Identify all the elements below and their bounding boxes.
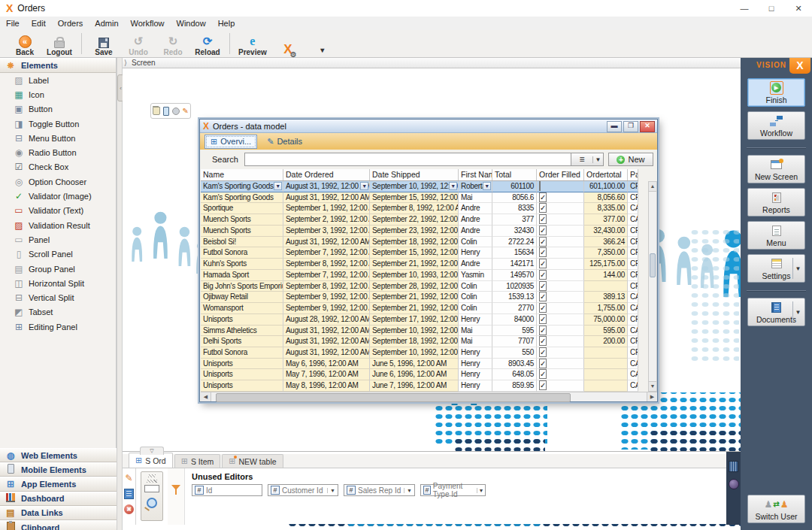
table-cell[interactable]: 32430 bbox=[492, 226, 537, 237]
table-cell[interactable]: 8056.6 bbox=[492, 192, 537, 204]
table-cell[interactable]: Unisports bbox=[201, 314, 283, 326]
dock-app-elements[interactable]: ⊞App Elements bbox=[0, 477, 117, 491]
column-header-first-name[interactable]: First Name bbox=[459, 169, 492, 180]
table-cell[interactable]: September 21, 1992, 12:00 AM bbox=[370, 292, 459, 303]
dialog-maximize-button[interactable]: ❐ bbox=[623, 121, 638, 132]
table-cell[interactable]: 142171 bbox=[492, 259, 537, 270]
column-header-total[interactable]: Total bbox=[492, 169, 537, 180]
table-cell[interactable]: Kam's Sporting Goods▼ bbox=[201, 181, 283, 192]
table-row[interactable]: UnisportsMay 7, 1996, 12:00 AMJune 6, 19… bbox=[201, 369, 638, 380]
scroll-up-icon[interactable]: ▲ bbox=[649, 182, 656, 192]
dropdown-caret-icon-button[interactable]: ▾ bbox=[307, 32, 338, 56]
table-cell[interactable]: Mai bbox=[459, 192, 492, 204]
table-cell[interactable]: ✓ bbox=[537, 347, 584, 359]
table-cell[interactable]: ✓ bbox=[537, 247, 584, 259]
bottom-panel-collapse-tab[interactable]: ▽ bbox=[140, 447, 164, 455]
table-cell[interactable]: CAS bbox=[628, 303, 638, 314]
table-cell[interactable]: June 7, 1996, 12:00 AM bbox=[370, 380, 459, 392]
column-header-date-ordered[interactable]: Date Ordered bbox=[283, 169, 370, 180]
table-cell[interactable]: CAS bbox=[628, 380, 638, 392]
table-cell[interactable]: Kuhn's Sports bbox=[201, 259, 283, 270]
table-cell[interactable]: September 7, 1992, 12:00 AM bbox=[283, 247, 370, 259]
mobile-preview-icon[interactable] bbox=[163, 107, 169, 116]
scroll-right-icon[interactable]: ▶ bbox=[647, 392, 657, 401]
table-cell[interactable]: CAS bbox=[628, 326, 638, 337]
order-filled-checkbox[interactable]: ✓ bbox=[539, 314, 547, 324]
table-row[interactable]: Beisbol Si!August 31, 1992, 12:00 AMSept… bbox=[201, 237, 638, 248]
dock-clipboard[interactable]: Clipboard bbox=[0, 520, 117, 530]
table-row[interactable]: Delhi SportsAugust 31, 1992, 12:00 AMSep… bbox=[201, 336, 638, 347]
table-cell[interactable]: August 31, 1992, 12:00 AM▼ bbox=[283, 181, 370, 192]
table-cell[interactable]: ✓ bbox=[537, 303, 584, 314]
table-row[interactable]: Kam's Sporting Goods▼August 31, 1992, 12… bbox=[201, 181, 638, 192]
screen-panel-header[interactable]: ⟩ Screen bbox=[123, 58, 741, 68]
table-cell[interactable]: 8,056.60 bbox=[584, 192, 628, 204]
horizontal-scrollbar[interactable]: ◀ ▶ bbox=[201, 392, 657, 401]
table-row[interactable]: UnisportsMay 6, 1996, 12:00 AMJune 5, 19… bbox=[201, 359, 638, 370]
element-item-horizontal-split[interactable]: ◫Horizontal Split bbox=[0, 276, 117, 290]
order-filled-checkbox[interactable]: ✓ bbox=[539, 259, 547, 268]
search-input[interactable] bbox=[244, 153, 575, 166]
order-filled-checkbox[interactable]: ✓ bbox=[539, 192, 547, 202]
table-cell[interactable]: June 6, 1996, 12:00 AM bbox=[370, 369, 459, 380]
table-cell[interactable]: August 31, 1992, 12:00 AM bbox=[283, 192, 370, 204]
table-cell[interactable]: 595 bbox=[492, 326, 537, 337]
reload-button[interactable]: ⟳Reload bbox=[192, 32, 223, 56]
table-cell[interactable]: August 31, 1992, 12:00 AM bbox=[283, 237, 370, 248]
table-cell[interactable]: 389.13 bbox=[584, 292, 628, 303]
table-cell[interactable]: ✓ bbox=[537, 326, 584, 337]
reports-button[interactable]: Reports bbox=[747, 188, 805, 217]
table-cell[interactable]: CAS bbox=[628, 292, 638, 303]
table-cell[interactable]: CRE bbox=[628, 314, 638, 326]
table-cell[interactable]: Big John's Sports Emporium bbox=[201, 281, 283, 292]
table-cell[interactable]: Henry bbox=[459, 247, 492, 259]
table-cell[interactable]: CRE bbox=[628, 237, 638, 248]
element-item-validator-image[interactable]: ✓Validator (Image) bbox=[0, 189, 117, 203]
table-cell[interactable]: 859.95 bbox=[492, 380, 537, 392]
order-filled-checkbox[interactable]: ✓ bbox=[539, 270, 547, 280]
table-cell[interactable]: 2770 bbox=[492, 303, 537, 314]
table-row[interactable]: Simms AtheleticsAugust 31, 1992, 12:00 A… bbox=[201, 326, 638, 337]
table-row[interactable]: Big John's Sports EmporiumSeptember 8, 1… bbox=[201, 281, 638, 292]
table-cell[interactable]: ✓ bbox=[537, 380, 584, 392]
visionx-logo-icon-button[interactable]: X bbox=[272, 32, 304, 56]
collapse-chevron-icon[interactable]: ⟩ bbox=[124, 59, 132, 67]
chevron-down-icon[interactable]: ▼ bbox=[792, 258, 803, 279]
table-cell[interactable]: 15634 bbox=[492, 247, 537, 259]
dialog-tab-overvi[interactable]: ⊞Overvi... bbox=[205, 135, 257, 149]
cell-dropdown-icon[interactable]: ▼ bbox=[449, 182, 457, 190]
table-cell[interactable]: 601,100.00 bbox=[584, 181, 628, 192]
element-item-radio-button[interactable]: ◉Radio Button bbox=[0, 145, 117, 159]
table-cell[interactable]: CRE bbox=[628, 259, 638, 270]
table-row[interactable]: Futbol SonoraAugust 31, 1992, 12:00 AMSe… bbox=[201, 347, 638, 359]
table-cell[interactable]: Ojibway Retail bbox=[201, 292, 283, 303]
table-row[interactable]: Futbol SonoraSeptember 7, 1992, 12:00 AM… bbox=[201, 247, 638, 259]
table-cell[interactable]: Muench Sports bbox=[201, 214, 283, 226]
table-cell[interactable]: ✓ bbox=[537, 192, 584, 204]
table-cell[interactable]: Sportique bbox=[201, 203, 283, 214]
table-cell[interactable]: September 17, 1992, 12:00 AM bbox=[370, 314, 459, 326]
edit-icon[interactable]: ✎ bbox=[183, 107, 189, 115]
dock-mobile-elements[interactable]: Mobile Elements bbox=[0, 462, 117, 477]
table-cell[interactable]: CAS bbox=[628, 369, 638, 380]
grid-menu-button[interactable]: ≡ ▼ bbox=[571, 153, 604, 166]
table-cell[interactable]: Henry bbox=[459, 314, 492, 326]
table-cell[interactable]: Futbol Sonora bbox=[201, 247, 283, 259]
table-cell[interactable]: 1539.13 bbox=[492, 292, 537, 303]
horizontal-scroll-thumb[interactable] bbox=[216, 393, 571, 402]
order-filled-checkbox[interactable]: ✓ bbox=[539, 247, 547, 257]
table-cell[interactable]: September 8, 1992, 12:00 AM bbox=[283, 281, 370, 292]
order-filled-checkbox[interactable]: ✓ bbox=[539, 281, 547, 291]
table-row[interactable]: UnisportsAugust 28, 1992, 12:00 AMSeptem… bbox=[201, 314, 638, 326]
table-cell[interactable]: 377 bbox=[492, 214, 537, 226]
table-cell[interactable]: CAS bbox=[628, 203, 638, 214]
element-item-menu-button[interactable]: ⊟Menu Button bbox=[0, 131, 117, 145]
preview-button[interactable]: ePreview bbox=[236, 32, 269, 56]
vertical-scroll-thumb[interactable] bbox=[650, 253, 656, 277]
dialog-close-button[interactable]: ✕ bbox=[640, 121, 655, 132]
table-cell[interactable]: September 2, 1992, 12:00 AM bbox=[283, 214, 370, 226]
table-cell[interactable]: ✓ bbox=[537, 237, 584, 248]
editor-chip-id[interactable]: #Id bbox=[192, 484, 262, 496]
table-cell[interactable]: CRE bbox=[628, 347, 638, 359]
table-cell[interactable]: Unisports bbox=[201, 380, 283, 392]
